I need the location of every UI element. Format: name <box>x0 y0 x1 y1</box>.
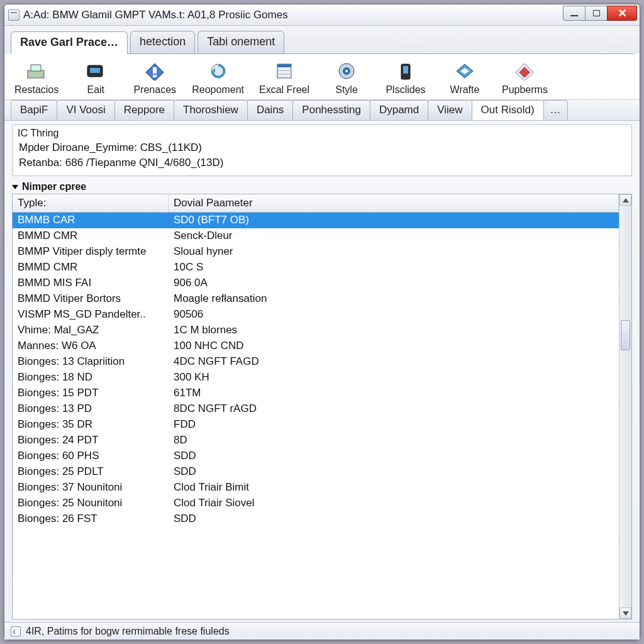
cell-param: 90506 <box>169 307 619 323</box>
cell-type: BMMD CMR <box>13 260 169 275</box>
cell-param: SDD <box>169 511 619 527</box>
table-row[interactable]: Bionges: 18 ND300 KH <box>13 370 619 386</box>
parameter-table: Typle: Dovial Paameter BMMB CARSD0 (BFT7… <box>12 194 632 619</box>
tool-pupberms[interactable]: Pupberms <box>502 60 548 96</box>
cell-param: Senck-Dleur <box>169 228 619 244</box>
cell-param: 8DC NGFT rAGD <box>169 401 619 417</box>
table-row[interactable]: BMMD MIS FAI906 0A <box>13 275 619 291</box>
group-header[interactable]: Nimper cpree <box>12 181 632 192</box>
tool-wrafte[interactable]: Wrafte <box>443 60 487 96</box>
maximize-button[interactable] <box>585 6 608 21</box>
info-line-1: Mpder Diroane_Eymime: CBS_(11KD) <box>13 140 631 155</box>
secondary-tab-1[interactable]: VI Voosi <box>57 100 114 120</box>
secondary-tab-4[interactable]: Dains <box>247 100 293 120</box>
table-header: Typle: Dovial Paameter <box>13 194 619 213</box>
prenaces-icon <box>143 60 167 82</box>
primary-tab-2[interactable]: Tabi onement <box>197 31 284 53</box>
cell-type: Bionges: 24 PDT <box>13 433 169 448</box>
table-row[interactable]: BMMD CMRSenck-Dleur <box>13 228 619 244</box>
cell-type: VISMP MS_GD Pandelter.. <box>13 307 169 323</box>
column-header-param[interactable]: Dovial Paameter <box>169 194 619 212</box>
table-row[interactable]: VISMP MS_GD Pandelter..90506 <box>13 307 619 323</box>
secondary-tab-3[interactable]: Thoroshiew <box>174 100 248 120</box>
table-row[interactable]: Bionges: 13 PD8DC NGFT rAGD <box>13 401 619 417</box>
tool-label: Plsclides <box>386 84 425 96</box>
cell-type: Bionges: 18 ND <box>13 370 169 386</box>
pupberms-icon <box>513 60 536 82</box>
vertical-scrollbar[interactable] <box>619 194 631 619</box>
titlebar[interactable]: A:Ad: BMW Glamil GMPT VAMs.t: A01,8 Pros… <box>4 4 640 26</box>
column-header-type[interactable]: Typle: <box>13 194 169 212</box>
table-row[interactable]: Bionges: 37 NounitoniClod Triair Bimit <box>13 480 619 496</box>
secondary-tab-8[interactable]: Out Risold) <box>472 100 544 120</box>
tool-excal-freel[interactable]: Excal Freel <box>259 60 309 96</box>
info-line-2: Retanba: 686 /Tiepanme QNI_4/680_(13D) <box>13 155 631 170</box>
cell-param: FDD <box>169 417 619 433</box>
svg-rect-5 <box>153 67 157 74</box>
tool-restacios[interactable]: Restacios <box>14 60 58 96</box>
secondary-tab-7[interactable]: Viiew <box>428 100 472 120</box>
cell-param: 1C M blornes <box>169 323 619 338</box>
table-row[interactable]: Bionges: 26 FSTSDD <box>13 511 619 527</box>
svg-rect-1 <box>31 65 41 71</box>
cell-param: Sloual hyner <box>169 244 619 260</box>
cell-type: BMMD CMR <box>13 228 169 244</box>
table-row[interactable]: Vhime: Mal_GAZ1C M blornes <box>13 323 619 338</box>
close-button[interactable]: ✕ <box>607 6 637 21</box>
tool-label: Prenaces <box>133 84 176 96</box>
style-icon <box>335 60 358 82</box>
tool-plsclides[interactable]: Plsclides <box>384 60 428 96</box>
minimize-button[interactable] <box>563 6 586 21</box>
table-body: BMMB CARSD0 (BFT7 OB)BMMD CMRSenck-Dleur… <box>13 213 619 527</box>
cell-type: Bionges: 35 DR <box>13 417 169 433</box>
primary-tabs: Rave Garl Prace…hetectionTabi onement <box>4 26 640 53</box>
cell-type: Bionges: 13 Clapriition <box>13 354 169 370</box>
window-controls: ✕ <box>564 6 637 21</box>
cell-type: Bionges: 15 PDT <box>13 386 169 401</box>
tool-style[interactable]: Style <box>325 60 369 96</box>
app-icon <box>8 9 19 21</box>
tool-label: Eait <box>87 84 104 96</box>
primary-tab-1[interactable]: hetection <box>130 31 195 53</box>
tool-eait[interactable]: Eait <box>74 60 118 96</box>
svg-point-15 <box>345 70 348 72</box>
secondary-tab-0[interactable]: BapiF <box>11 100 57 120</box>
minimize-icon <box>570 15 578 16</box>
chevron-up-icon <box>623 198 629 203</box>
table-row[interactable]: Mannes: W6 OA100 NHC CND <box>13 338 619 354</box>
table-row[interactable]: BMMD CMR10C S <box>13 260 619 275</box>
secondary-tab-6[interactable]: Dypamd <box>370 100 428 120</box>
svg-rect-10 <box>277 64 291 67</box>
table-row[interactable]: Bionges: 60 PHSSDD <box>13 448 619 464</box>
cell-type: BMMB CAR <box>13 213 169 228</box>
tool-prenaces[interactable]: Prenaces <box>133 60 177 96</box>
tabs-overflow[interactable]: … <box>543 100 568 120</box>
table-row[interactable]: Bionges: 15 PDT61TM <box>13 386 619 401</box>
table-row[interactable]: Bionges: 24 PDT8D <box>13 433 619 448</box>
secondary-tab-5[interactable]: Ponhessting <box>292 100 370 120</box>
reopoment-icon <box>206 60 230 82</box>
cell-param: SDD <box>169 448 619 464</box>
table-row[interactable]: Bionges: 25 NounitoniClod Triair Siovel <box>13 496 619 511</box>
svg-rect-0 <box>28 70 44 78</box>
scroll-up-button[interactable] <box>619 194 631 206</box>
table-row[interactable]: BMMB CARSD0 (BFT7 OB) <box>13 213 619 228</box>
secondary-tabs: BapiFVI VoosiRepporeThoroshiewDainsPonhe… <box>4 100 640 121</box>
tool-label: Wrafte <box>450 84 480 96</box>
tool-reopoment[interactable]: Reopoment <box>192 60 244 96</box>
scroll-thumb[interactable] <box>621 320 630 350</box>
tool-label: Restacios <box>14 84 58 96</box>
tool-label: Pupberms <box>502 84 548 96</box>
scroll-down-button[interactable] <box>619 608 631 619</box>
table-row[interactable]: Bionges: 13 Clapriition4DC NGFT FAGD <box>13 354 619 370</box>
table-row[interactable]: Bionges: 25 PDLTSDD <box>13 464 619 480</box>
table-row[interactable]: BMMD Vitiper BortorsMoagle refłansation <box>13 291 619 307</box>
cell-type: Bionges: 13 PD <box>13 401 169 417</box>
excal-freel-icon <box>272 60 296 82</box>
cell-param: Moagle refłansation <box>169 291 619 307</box>
table-row[interactable]: BMMP Vitiper disply termteSloual hyner <box>13 244 619 260</box>
primary-tab-0[interactable]: Rave Garl Prace… <box>11 31 128 54</box>
cell-type: BMMD MIS FAI <box>13 275 169 291</box>
table-row[interactable]: Bionges: 35 DRFDD <box>13 417 619 433</box>
secondary-tab-2[interactable]: Reppore <box>114 100 174 120</box>
